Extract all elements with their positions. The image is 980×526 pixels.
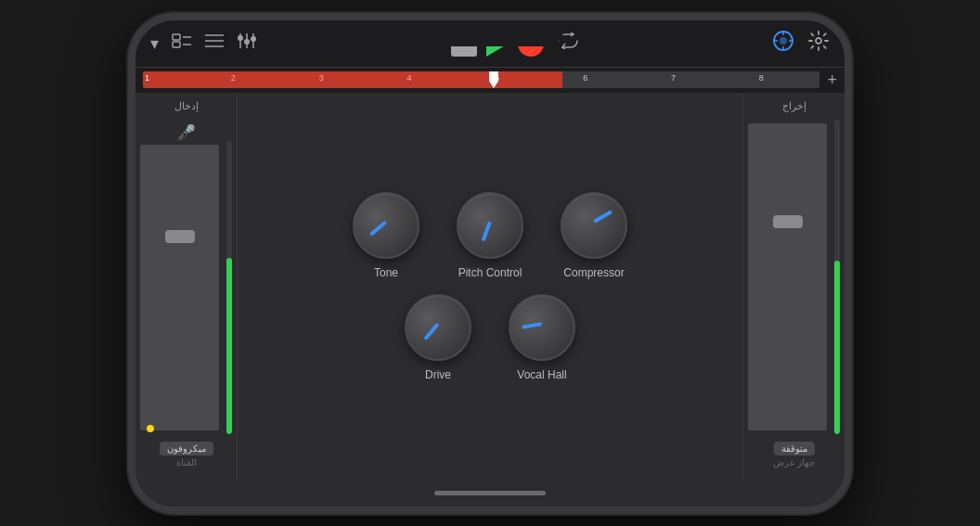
level-meter-left — [226, 141, 232, 434]
tone-label: Tone — [374, 266, 398, 279]
timeline-marker-2: 2 — [231, 73, 236, 83]
fader-knob-right[interactable] — [773, 215, 803, 228]
level-fill-right — [834, 261, 840, 433]
svg-point-10 — [238, 35, 243, 41]
drive-label: Drive — [425, 368, 451, 381]
vocal-hall-label: Vocal Hall — [517, 368, 566, 381]
fader-track-right[interactable] — [748, 123, 826, 430]
knobs-row-2: Drive Vocal Hall — [405, 294, 575, 381]
main-content: إدخال 🎤 ميكروفون القناة — [135, 93, 845, 481]
drive-knob-container: Drive — [405, 294, 471, 381]
channel-left: إدخال 🎤 ميكروفون القناة — [135, 93, 238, 481]
list-icon[interactable] — [205, 33, 224, 53]
tracks-icon[interactable] — [172, 32, 192, 54]
tone-knob-container: Tone — [353, 192, 419, 279]
vocal-hall-knob-container: Vocal Hall — [509, 294, 575, 381]
timeline-marker-7: 7 — [671, 73, 676, 83]
yellow-dot — [147, 425, 154, 432]
svg-point-19 — [816, 38, 821, 44]
screen: ▾ — [135, 20, 845, 507]
dropdown-icon[interactable]: ▾ — [150, 33, 159, 54]
svg-rect-1 — [173, 42, 180, 47]
channel-bottom-left: ميكروفون القناة — [160, 442, 213, 473]
output-label: إخراج — [782, 100, 806, 112]
channel-fader-area — [140, 141, 231, 434]
input-label: إدخال — [174, 100, 199, 112]
compressor-knob[interactable] — [561, 192, 627, 259]
drive-knob[interactable] — [405, 294, 471, 361]
channel-type-tag[interactable]: ميكروفون — [160, 442, 213, 455]
timeline-marker-8: 8 — [759, 73, 764, 83]
tone-knob[interactable] — [353, 192, 419, 259]
smart-controls-icon[interactable] — [772, 30, 794, 57]
channel-bottom-right: متوقفة جهاز عرض — [773, 442, 816, 473]
channel-fader-area-right — [748, 120, 839, 434]
pitch-control-knob[interactable] — [457, 192, 523, 259]
timeline-ruler[interactable]: 1 2 3 4 5 6 7 8 + — [135, 67, 845, 93]
vocal-hall-knob[interactable] — [509, 294, 575, 361]
timeline-marker-6: 6 — [583, 73, 587, 83]
fader-knob-left[interactable] — [165, 230, 195, 243]
power-button[interactable] — [848, 160, 852, 225]
home-bar[interactable] — [434, 491, 546, 495]
svg-point-12 — [251, 36, 256, 42]
add-track-button[interactable]: + — [827, 71, 837, 90]
pitch-control-knob-container: Pitch Control — [457, 192, 523, 279]
pitch-control-label: Pitch Control — [458, 266, 522, 279]
level-fill-left — [226, 258, 232, 434]
home-indicator — [135, 481, 845, 507]
svg-rect-0 — [173, 34, 180, 40]
mic-icon: 🎤 — [177, 123, 196, 141]
mixer-icon[interactable] — [237, 32, 257, 54]
svg-point-11 — [244, 39, 250, 45]
fader-track-left[interactable] — [140, 145, 218, 430]
volume-button[interactable] — [128, 132, 132, 169]
svg-point-14 — [780, 37, 787, 45]
channel-sub-label-left: القناة — [176, 457, 197, 468]
phone-notch — [416, 20, 564, 46]
channel-sub-label-right: جهاز عرض — [773, 457, 816, 468]
timeline-marker-3: 3 — [319, 73, 324, 83]
knobs-area: Tone Pitch Control Compressor Drive — [238, 93, 742, 481]
compressor-label: Compressor — [563, 266, 624, 279]
phone-frame: ▾ — [128, 13, 852, 514]
level-meter-right — [834, 120, 840, 434]
timeline-marker-4: 4 — [406, 73, 411, 83]
compressor-knob-container: Compressor — [561, 192, 627, 279]
knobs-row-1: Tone Pitch Control Compressor — [353, 192, 627, 279]
settings-icon[interactable] — [807, 30, 830, 57]
output-type-tag[interactable]: متوقفة — [774, 442, 815, 455]
channel-right: إخراج متوقفة جهاز عرض — [742, 93, 845, 481]
timeline-marker-1: 1 — [145, 73, 149, 83]
